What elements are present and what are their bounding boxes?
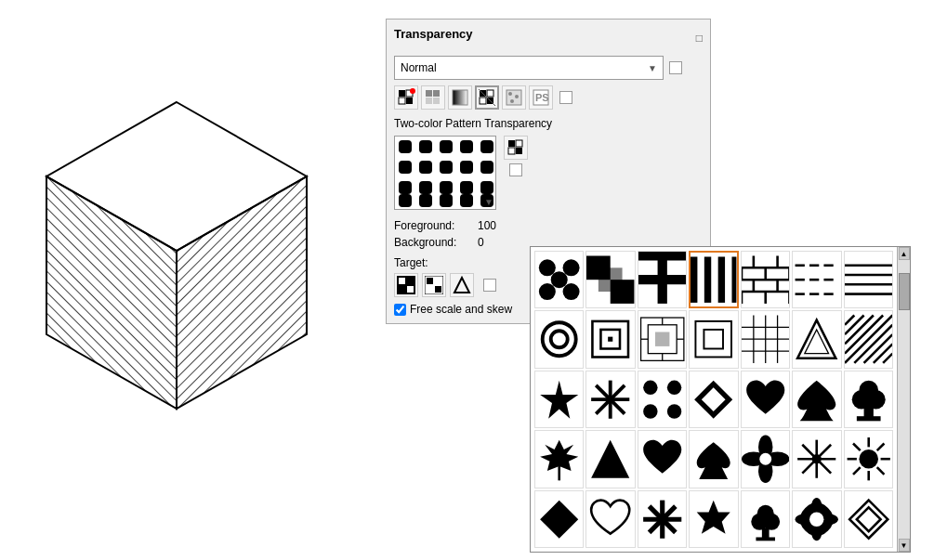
pattern-cell[interactable]: [534, 430, 584, 488]
pattern-cell[interactable]: [638, 490, 687, 548]
svg-point-183: [812, 454, 822, 463]
toolbar-checkbox[interactable]: [559, 91, 572, 104]
pattern-transparency-icon[interactable]: [475, 85, 499, 110]
pattern-cell[interactable]: [844, 371, 893, 428]
pattern-cell[interactable]: [585, 430, 635, 488]
uniform-transparency-icon[interactable]: [421, 85, 445, 110]
svg-point-22: [510, 99, 514, 103]
scrollbar-thumb[interactable]: [899, 273, 910, 310]
pattern-cell[interactable]: [844, 251, 893, 308]
svg-rect-49: [516, 148, 522, 154]
panel-title: Transparency: [394, 27, 473, 41]
foreground-label: Foreground:: [394, 219, 478, 232]
svg-rect-37: [419, 181, 432, 194]
pattern-cell[interactable]: [792, 430, 841, 488]
pattern-cell[interactable]: [534, 251, 584, 308]
target-checkbox[interactable]: [483, 279, 496, 292]
pattern-cell[interactable]: [792, 251, 841, 308]
pattern-cell[interactable]: [534, 310, 584, 368]
pattern-cell[interactable]: [741, 490, 790, 548]
pattern-cell[interactable]: [741, 251, 790, 308]
pattern-preview-box[interactable]: ▼: [394, 136, 496, 210]
pattern-cell[interactable]: [638, 371, 687, 428]
pattern-cell[interactable]: [741, 430, 790, 488]
svg-rect-75: [732, 256, 737, 302]
pattern-cell[interactable]: [844, 310, 893, 368]
pattern-cell[interactable]: [792, 490, 841, 548]
svg-rect-55: [435, 286, 441, 293]
pattern-cell[interactable]: [585, 371, 635, 428]
pattern-cell[interactable]: [844, 490, 893, 548]
pattern-mini-edit-icon[interactable]: [504, 136, 528, 160]
pattern-picker-grid: [531, 247, 897, 552]
pattern-cell[interactable]: [741, 371, 790, 428]
svg-rect-47: [516, 140, 522, 147]
scroll-up-arrow[interactable]: ▲: [899, 247, 910, 260]
pattern-cell[interactable]: [689, 490, 738, 548]
svg-point-58: [539, 259, 556, 276]
svg-point-207: [756, 504, 773, 521]
foreground-value: 100: [478, 219, 496, 232]
pattern-cell[interactable]: [638, 251, 687, 308]
pattern-cell[interactable]: [638, 310, 687, 368]
target-icon-full[interactable]: [394, 273, 418, 297]
svg-point-163: [859, 380, 878, 399]
pattern-cell[interactable]: [689, 371, 738, 428]
svg-rect-5: [399, 90, 405, 97]
pattern-cell[interactable]: [741, 310, 790, 368]
postscript-transparency-icon[interactable]: PS: [529, 85, 553, 110]
free-scale-checkbox[interactable]: [394, 304, 406, 316]
target-icon-partial[interactable]: [422, 273, 446, 297]
pattern-cell[interactable]: [638, 430, 687, 488]
fountain-transparency-icon[interactable]: [448, 85, 472, 110]
svg-rect-19: [506, 90, 521, 105]
scroll-down-arrow[interactable]: ▼: [899, 539, 910, 552]
svg-rect-26: [399, 140, 412, 153]
svg-rect-46: [508, 140, 515, 147]
section-title: Two-color Pattern Transparency: [394, 117, 703, 130]
pattern-cell[interactable]: [534, 490, 584, 548]
svg-rect-27: [419, 140, 432, 153]
pattern-cell[interactable]: [689, 310, 738, 368]
svg-rect-44: [460, 194, 473, 207]
svg-rect-29: [460, 140, 473, 153]
svg-rect-48: [508, 148, 515, 154]
svg-rect-54: [427, 278, 433, 284]
pattern-cell[interactable]: [844, 430, 893, 488]
remove-transparency-icon[interactable]: [394, 85, 418, 110]
pattern-cell[interactable]: [534, 371, 584, 428]
pattern-cell[interactable]: [689, 430, 738, 488]
svg-rect-220: [845, 495, 892, 542]
svg-point-21: [515, 95, 519, 98]
pattern-cell[interactable]: [792, 371, 841, 428]
pattern-dropdown-arrow-icon[interactable]: ▼: [484, 197, 493, 207]
blend-mode-dropdown[interactable]: Normal ▼: [394, 56, 664, 80]
svg-rect-74: [718, 256, 725, 302]
svg-point-20: [508, 92, 512, 96]
svg-rect-9: [426, 90, 432, 97]
svg-rect-42: [419, 194, 432, 207]
pattern-picker-scrollbar[interactable]: ▲ ▼: [897, 247, 910, 552]
pattern-cell[interactable]: [585, 490, 635, 548]
target-icon-arrow[interactable]: [450, 273, 474, 297]
pattern-cell-selected[interactable]: [689, 251, 738, 308]
svg-point-60: [539, 283, 556, 300]
pattern-picker-popup: ▲ ▼: [530, 246, 911, 553]
svg-rect-209: [756, 537, 775, 540]
pattern-checkbox[interactable]: [509, 163, 522, 176]
svg-rect-31: [399, 161, 412, 174]
panel-close-icon[interactable]: □: [696, 32, 703, 45]
svg-rect-119: [655, 332, 669, 346]
pattern-preview-row: ▼: [394, 136, 703, 210]
pattern-cell[interactable]: [585, 251, 635, 308]
blend-mode-checkbox[interactable]: [669, 61, 682, 74]
icon-toolbar: PS: [394, 85, 703, 110]
svg-point-151: [643, 380, 657, 394]
texture-transparency-icon[interactable]: [502, 85, 526, 110]
svg-rect-43: [440, 194, 453, 207]
free-scale-label: Free scale and skew: [410, 303, 512, 316]
svg-rect-7: [399, 98, 405, 104]
svg-point-154: [667, 404, 681, 418]
pattern-cell[interactable]: [792, 310, 841, 368]
pattern-cell[interactable]: [585, 310, 635, 368]
